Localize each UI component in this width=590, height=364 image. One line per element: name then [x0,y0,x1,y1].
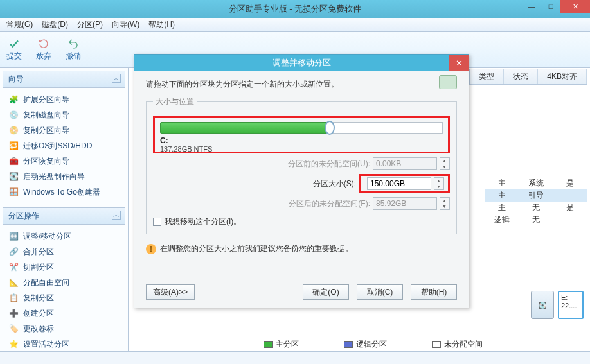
slider-handle[interactable] [325,121,335,135]
sidebar-item-migrateos[interactable]: 🔁迁移OS到SSD/HDD [4,138,124,153]
menu-disk[interactable]: 磁盘(D) [42,19,68,30]
sidebar-item-recover[interactable]: 🧰分区恢复向导 [4,153,124,169]
hdd-icon [439,75,457,89]
sidebar-item-allocate[interactable]: 📐分配自由空间 [4,275,124,290]
slider-drive-sub: 137.28GB NTFS [160,145,443,153]
sidebar-item-merge[interactable]: 🔗合并分区 [4,244,124,259]
ok-button[interactable]: 确定(O) [303,284,349,300]
resize-icon: ↔️ [8,230,19,242]
size-highlight: ▲▼ [359,174,450,193]
submit-label: 提交 [6,51,22,62]
input-size[interactable] [367,177,431,190]
label-size: 分区大小(S): [313,178,356,189]
move-checkbox[interactable]: 我想移动这个分区(I)。 [153,216,450,227]
merge-icon: 🔗 [8,246,19,257]
grid-header-4kb[interactable]: 4KB对齐 [538,69,587,84]
partition-slider[interactable]: C: 137.28GB NTFS [160,122,443,148]
create-icon: ➕ [8,308,19,319]
sidebar-item-bootdisc[interactable]: 💽启动光盘制作向导 [4,169,124,184]
ops-panel-header[interactable]: 分区操作 ︿ [3,207,125,225]
sidebar-item-split[interactable]: ✂️切割分区 [4,259,124,275]
sidebar: 向导 ︿ 🧩扩展分区向导 💿复制磁盘向导 📀复制分区向导 🔁迁移OS到SSD/H… [0,68,129,351]
table-row[interactable]: 逻辑无 [485,214,587,226]
checkbox-icon[interactable] [153,218,161,226]
table-row[interactable]: 主无是 [485,202,587,214]
diskmap: 💽 E: 22.... [531,291,584,319]
close-button[interactable]: ✕ [560,0,590,13]
menu-help[interactable]: 帮助(H) [148,19,175,30]
table-row[interactable]: 主系统是 [485,177,587,189]
ops-collapse-icon[interactable]: ︿ [112,211,121,220]
slider-highlight: C: 137.28GB NTFS [153,116,450,153]
move-checkbox-label: 我想移动这个分区(I)。 [165,216,241,227]
row-size: 分区大小(S): ▲▼ [153,174,450,193]
discard-button[interactable]: 放弃 [36,35,51,65]
menu-partition[interactable]: 分区(P) [77,19,103,30]
warning-row: ! 在调整您的分区大小之前我们建议您备份您的重要数据。 [146,243,457,254]
sidebar-item-copydisk[interactable]: 💿复制磁盘向导 [4,107,124,123]
recover-icon: 🧰 [8,155,19,167]
row-unalloc-before: 分区前的未分配空间(U): ▲▼ [153,157,450,170]
copydisk-icon: 💿 [8,109,19,121]
extend-icon: 🧩 [8,94,19,105]
dialog-close-button[interactable]: ✕ [449,55,469,71]
copypart-icon: 📀 [8,125,19,136]
slider-used-bar [160,122,330,134]
menu-general[interactable]: 常规(G) [6,19,33,30]
label-unalloc-after: 分区后的未分配空间(F): [289,198,370,209]
sidebar-item-create[interactable]: ➕创建分区 [4,306,124,321]
submit-button[interactable]: 提交 [6,35,22,65]
ops-panel-title: 分区操作 [8,211,39,220]
undo-label: 撤销 [66,51,81,62]
row-unalloc-after: 分区后的未分配空间(F): ▲▼ [153,197,450,210]
minimize-button[interactable]: — [522,0,541,13]
slider-free-bar [330,122,443,134]
wizard-collapse-icon[interactable]: ︿ [112,74,121,83]
grid-header-type[interactable]: 类型 [470,69,504,84]
main-window-titlebar: 分区助手专业版 - 无损分区免费软件 — □ ✕ [0,0,590,18]
dialog-hint: 请拖动下面的分区块为分区指定一个新的大小或新位置。 [146,79,457,90]
grid-header-status[interactable]: 状态 [504,69,538,84]
help-button[interactable]: 帮助(H) [411,284,457,300]
grid-rows: 主系统是 主引导 主无是 逻辑无 [485,177,587,226]
undo-button[interactable]: 撤销 [66,35,81,65]
statusbar [0,351,590,364]
sidebar-item-copy[interactable]: 📋复制分区 [4,290,124,306]
active-icon: ⭐ [8,338,19,350]
advanced-button[interactable]: 高级(A)>> [146,284,195,300]
dialog-titlebar[interactable]: 调整并移动分区 ✕ [134,55,469,71]
sidebar-item-extend[interactable]: 🧩扩展分区向导 [4,92,124,107]
sidebar-item-copypart[interactable]: 📀复制分区向导 [4,123,124,138]
sidebar-item-resize[interactable]: ↔️调整/移动分区 [4,229,124,244]
window-title: 分区助手专业版 - 无损分区免费软件 [229,3,362,15]
wizard-panel-header[interactable]: 向导 ︿ [3,71,125,88]
menu-wizard[interactable]: 向导(W) [112,19,139,30]
legend-unalloc: 未分配空间 [432,339,483,350]
warning-text: 在调整您的分区大小之前我们建议您备份您的重要数据。 [160,243,353,254]
sidebar-item-active[interactable]: ⭐设置活动分区 [4,336,124,351]
cancel-button[interactable]: 取消(C) [357,284,403,300]
size-position-group: 大小与位置 C: 137.28GB NTFS 分区前的未分配空间(U): ▲▼ … [146,96,457,234]
windows-icon: 🪟 [8,186,19,198]
wizard-panel-title: 向导 [8,74,24,83]
table-row[interactable]: 主引导 [485,189,587,202]
spin-size[interactable]: ▲▼ [434,177,444,190]
disk-icon[interactable]: 💽 [531,291,554,319]
ops-panel-body: ↔️调整/移动分区 🔗合并分区 ✂️切割分区 📐分配自由空间 📋复制分区 ➕创建… [0,227,128,351]
input-unalloc-before [373,157,437,170]
allocate-icon: 📐 [8,277,19,288]
slider-drive-label: C: [160,136,443,145]
grid-header: 类型 状态 4KB对齐 [469,69,587,85]
legend: 主分区 逻辑分区 未分配空间 [264,339,483,350]
sidebar-item-label[interactable]: 🏷️更改卷标 [4,321,124,336]
legend-primary-swatch [264,341,273,348]
group-label: 大小与位置 [153,96,197,107]
partition-block-e[interactable]: E: 22.... [558,291,584,319]
migrate-icon: 🔁 [8,140,19,152]
legend-logical-swatch [344,341,353,348]
sidebar-item-wintogo[interactable]: 🪟Windows To Go创建器 [4,184,124,200]
maximize-button[interactable]: □ [541,0,560,13]
undo-circle-icon [38,38,49,49]
partition-block-label: E: [561,293,580,302]
legend-unalloc-swatch [432,341,441,348]
